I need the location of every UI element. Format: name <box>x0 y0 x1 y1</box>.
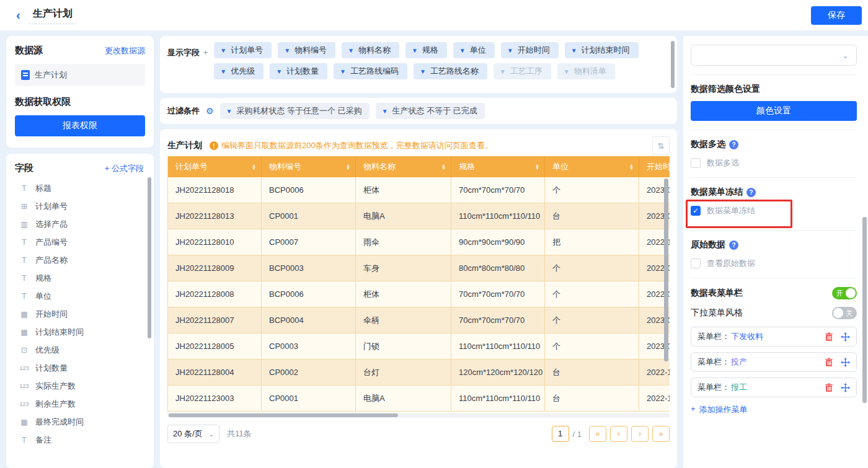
add-display-field-button[interactable]: + <box>203 48 208 57</box>
menubar-item-name[interactable]: 报工 <box>731 382 747 393</box>
display-field-chip[interactable]: ▼ 计划结束时间 <box>565 42 639 58</box>
menubar-item[interactable]: 菜单栏： 下发收料 <box>691 327 857 347</box>
display-field-chip[interactable]: ▼ 工艺工序 <box>494 63 551 79</box>
field-item[interactable]: 123 剩余生产数 <box>15 395 150 413</box>
sort-icon[interactable]: ▲▼ <box>535 164 539 170</box>
sort-order-button[interactable]: ⇅ <box>652 136 670 155</box>
datasource-item[interactable]: 生产计划 <box>15 64 145 86</box>
display-field-chip[interactable]: ▼ 开始时间 <box>501 42 559 58</box>
trash-icon[interactable] <box>825 383 833 392</box>
select-icon: ⊡ <box>19 346 30 355</box>
freeze-checkbox-row[interactable]: ✓ 数据菜单冻结 <box>691 205 857 216</box>
display-field-chip[interactable]: ▼ 单位 <box>453 42 495 58</box>
freeze-checkbox[interactable]: ✓ <box>691 206 701 216</box>
move-icon[interactable] <box>841 383 850 392</box>
filter-chip[interactable]: ▼ 采购耗材状态 等于任意一个 已采购 <box>220 103 370 119</box>
multiselect-checkbox-row[interactable]: 数据多选 <box>691 157 857 169</box>
gear-icon[interactable]: ⚙ <box>206 106 214 116</box>
color-settings-button[interactable]: 颜色设置 <box>691 101 857 121</box>
table-title: 生产计划 <box>167 140 202 151</box>
display-field-chip[interactable]: ▼ 物料名称 <box>342 42 399 58</box>
page-title[interactable]: 生产计划 <box>29 6 76 24</box>
menubar-item[interactable]: 菜单栏： 报工 <box>691 377 857 397</box>
sort-icon[interactable]: ▲▼ <box>629 164 634 170</box>
table-horizontal-scrollbar[interactable] <box>169 413 398 417</box>
table-row: JH20221128005CP0003门锁110cm*110cm*110/110… <box>168 333 670 360</box>
page-scrollbar[interactable] <box>862 217 867 403</box>
prev-page-button[interactable]: ‹ <box>610 426 627 442</box>
filter-chip[interactable]: ▼ 生产状态 不等于 已完成 <box>376 103 485 119</box>
field-label: 计划单号 <box>35 201 68 212</box>
field-label: 优先级 <box>35 345 60 356</box>
field-item[interactable]: ⊡ 优先级 <box>15 341 150 359</box>
menubar-toggle[interactable]: 开 <box>832 287 857 299</box>
field-item[interactable]: ⊞ 计划单号 <box>15 197 150 215</box>
page-input[interactable]: 1 <box>552 426 569 442</box>
column-header[interactable]: 物料编号 ▲▼ <box>262 156 356 177</box>
save-button[interactable]: 保存 <box>811 6 862 25</box>
field-item[interactable]: ▦ 计划结束时间 <box>15 323 150 341</box>
display-field-chip[interactable]: ▼ 物料清单 <box>557 63 615 79</box>
display-field-chip[interactable]: ▼ 物料编号 <box>278 42 335 58</box>
sort-icon[interactable]: ▲▼ <box>252 164 256 170</box>
field-item[interactable]: T 标题 <box>15 179 150 197</box>
help-icon[interactable]: ? <box>746 188 756 197</box>
field-label: 选择产品 <box>35 219 68 230</box>
field-item[interactable]: T 备注 <box>15 431 150 449</box>
display-field-chip[interactable]: ▼ 计划数量 <box>270 63 327 79</box>
display-field-chip[interactable]: ▼ 工艺路线编码 <box>334 63 407 79</box>
move-icon[interactable] <box>841 332 850 342</box>
help-icon[interactable]: ? <box>729 140 738 149</box>
table-vertical-scrollbar[interactable] <box>664 179 668 361</box>
field-item[interactable]: T 规格 <box>15 269 150 287</box>
raw-data-checkbox-row[interactable]: 查看原始数据 <box>691 258 857 269</box>
display-fields-scrollbar[interactable] <box>671 41 675 88</box>
freeze-checkbox-label: 数据菜单冻结 <box>707 205 755 216</box>
first-page-button[interactable]: « <box>589 426 606 442</box>
trash-icon[interactable] <box>825 332 833 342</box>
field-item[interactable]: 123 实际生产数 <box>15 377 150 395</box>
field-item[interactable]: ▦ 开始时间 <box>15 305 150 323</box>
display-field-chip[interactable]: ▼ 规格 <box>405 42 447 58</box>
menubar-item-name[interactable]: 投产 <box>731 356 747 368</box>
multiselect-checkbox[interactable] <box>691 158 701 168</box>
move-icon[interactable] <box>841 358 850 367</box>
menubar-item[interactable]: 菜单栏： 投产 <box>691 352 857 372</box>
page-size-select[interactable]: 20 条/页⌄ <box>167 425 219 443</box>
back-icon[interactable]: ‹ <box>16 8 20 22</box>
column-header[interactable]: 开始时间 ▲▼ <box>639 156 670 177</box>
field-item[interactable]: ▦ 最终完成时间 <box>15 413 150 431</box>
display-field-chip[interactable]: ▼ 计划单号 <box>214 42 272 58</box>
column-header[interactable]: 物料名称 ▲▼ <box>356 156 451 177</box>
column-header[interactable]: 单位 ▲▼ <box>545 156 639 177</box>
next-page-button[interactable]: › <box>631 426 649 442</box>
number-icon: 123 <box>19 383 30 389</box>
menubar-item-name[interactable]: 下发收料 <box>731 331 763 342</box>
display-field-chip[interactable]: ▼ 工艺路线名称 <box>414 63 487 79</box>
field-item[interactable]: T 单位 <box>15 287 150 305</box>
sort-icon[interactable]: ▲▼ <box>441 164 446 170</box>
add-formula-field-link[interactable]: + 公式字段 <box>105 163 144 174</box>
raw-data-checkbox[interactable] <box>691 258 701 268</box>
field-item[interactable]: T 产品名称 <box>15 251 150 269</box>
report-permission-button[interactable]: 报表权限 <box>15 115 145 136</box>
table-cell: 70cm*70cm*70/70 <box>451 281 545 307</box>
sort-icon[interactable]: ▲▼ <box>346 164 350 170</box>
fields-scrollbar[interactable] <box>148 177 151 338</box>
table-cell: 台 <box>545 203 639 229</box>
last-page-button[interactable]: » <box>652 426 670 442</box>
change-datasource-link[interactable]: 更改数据源 <box>105 45 145 56</box>
column-header[interactable]: 规格 ▲▼ <box>451 156 545 177</box>
field-item[interactable]: ▥ 选择产品 <box>15 215 150 233</box>
field-item[interactable]: 123 计划数量 <box>15 359 150 377</box>
settings-dropdown[interactable]: ⌄ <box>691 45 857 66</box>
trash-icon[interactable] <box>825 358 833 367</box>
calendar-icon: ▦ <box>19 310 30 319</box>
help-icon[interactable]: ? <box>729 241 738 250</box>
column-header[interactable]: 计划单号 ▲▼ <box>168 156 262 177</box>
add-action-menu-link[interactable]: + 添加操作菜单 <box>691 404 748 415</box>
table-cell: 电脑A <box>356 203 451 229</box>
dropdown-style-toggle[interactable]: 关 <box>832 307 857 319</box>
display-field-chip[interactable]: ▼ 优先级 <box>214 63 264 79</box>
field-item[interactable]: T 产品编号 <box>15 233 150 251</box>
